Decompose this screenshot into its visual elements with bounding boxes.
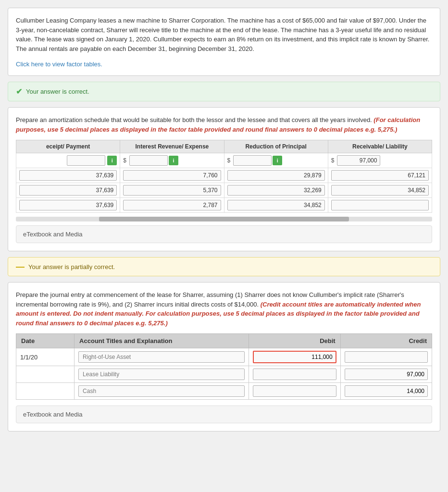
journal-debit-input-0[interactable] bbox=[253, 351, 336, 363]
dollar-sign-reduction-0: $ bbox=[227, 157, 233, 164]
reduction-input-0[interactable] bbox=[233, 155, 272, 166]
reduction-input-3[interactable] bbox=[227, 200, 325, 210]
journal-date-0: 1/1/20 bbox=[16, 348, 75, 366]
col-reduction-header: Reduction of Principal bbox=[224, 140, 328, 153]
col-receivable-header: Receivable/ Liability bbox=[328, 140, 432, 153]
amortization-instruction: Prepare an amortization schedule that wo… bbox=[16, 115, 432, 134]
interest-input-3[interactable] bbox=[123, 200, 221, 210]
info-btn-interest[interactable]: i bbox=[169, 156, 178, 165]
col-receipt-header: eceipt/ Payment bbox=[16, 140, 120, 153]
journal-debit-input-1[interactable] bbox=[253, 369, 336, 380]
journal-row-1 bbox=[16, 366, 432, 383]
interest-input-2[interactable] bbox=[123, 185, 221, 196]
journal-row-0: 1/1/20 bbox=[16, 348, 432, 366]
receipt-input-0[interactable] bbox=[67, 155, 105, 166]
receivable-input-0[interactable] bbox=[337, 155, 380, 166]
receivable-input-2[interactable] bbox=[331, 185, 429, 196]
table-row: i $ i $ i bbox=[16, 153, 432, 168]
horizontal-scrollbar[interactable] bbox=[16, 217, 432, 221]
journal-table: Date Account Titles and Explanation Debi… bbox=[16, 333, 432, 400]
journal-credit-input-2[interactable] bbox=[345, 385, 428, 397]
answer-correct-banner: ✔ Your answer is correct. bbox=[8, 82, 440, 101]
journal-debit-header: Debit bbox=[249, 334, 340, 348]
receipt-input-3[interactable] bbox=[19, 200, 117, 210]
info-btn-receipt[interactable]: i bbox=[107, 156, 117, 165]
amortization-card: Prepare an amortization schedule that wo… bbox=[8, 107, 440, 251]
receipt-input-1[interactable] bbox=[19, 170, 117, 181]
journal-credit-input-0[interactable] bbox=[345, 351, 428, 363]
col-interest-header: Interest Revenue/ Expense bbox=[120, 140, 224, 153]
dollar-sign-interest-0: $ bbox=[123, 157, 128, 164]
journal-instruction: Prepare the journal entry at commencemen… bbox=[16, 290, 432, 328]
table-row bbox=[16, 168, 432, 183]
dollar-sign-receivable-0: $ bbox=[331, 157, 336, 164]
journal-date-header: Date bbox=[16, 334, 75, 348]
answer-partial-label: Your answer is partially correct. bbox=[28, 263, 115, 271]
interest-input-0[interactable] bbox=[129, 155, 168, 166]
journal-account-input-1[interactable] bbox=[78, 369, 245, 380]
etextbook-bar-1: eTextbook and Media bbox=[16, 225, 432, 243]
interest-input-1[interactable] bbox=[123, 170, 221, 181]
receivable-input-1[interactable] bbox=[331, 170, 429, 181]
answer-correct-label: Your answer is correct. bbox=[26, 88, 89, 95]
reduction-input-1[interactable] bbox=[227, 170, 325, 181]
journal-credit-header: Credit bbox=[340, 334, 432, 348]
reduction-input-2[interactable] bbox=[227, 185, 325, 196]
dash-icon: — bbox=[16, 262, 25, 271]
receipt-input-2[interactable] bbox=[19, 185, 117, 196]
etextbook-bar-2: eTextbook and Media bbox=[16, 406, 432, 423]
problem-description: Cullumber Leasing Company leases a new m… bbox=[16, 16, 432, 53]
journal-date-1 bbox=[16, 366, 75, 383]
journal-card: Prepare the journal entry at commencemen… bbox=[8, 282, 440, 431]
check-icon: ✔ bbox=[16, 87, 22, 96]
journal-account-input-0[interactable] bbox=[78, 351, 245, 363]
amortization-table-wrapper: eceipt/ Payment Interest Revenue/ Expens… bbox=[16, 140, 432, 213]
journal-row-2 bbox=[16, 383, 432, 400]
factor-tables-link[interactable]: Click here to view factor tables. bbox=[16, 61, 102, 68]
scrollbar-thumb bbox=[99, 217, 349, 221]
journal-account-header: Account Titles and Explanation bbox=[75, 334, 249, 348]
amortization-table: eceipt/ Payment Interest Revenue/ Expens… bbox=[16, 140, 432, 213]
journal-account-input-2[interactable] bbox=[78, 385, 245, 397]
answer-partial-banner: — Your answer is partially correct. bbox=[8, 257, 440, 276]
table-row bbox=[16, 198, 432, 213]
journal-credit-input-1[interactable] bbox=[345, 369, 428, 380]
info-btn-reduction[interactable]: i bbox=[273, 156, 282, 165]
problem-card: Cullumber Leasing Company leases a new m… bbox=[8, 8, 440, 76]
journal-date-2 bbox=[16, 383, 75, 400]
journal-debit-input-2[interactable] bbox=[253, 385, 336, 397]
receivable-input-3[interactable] bbox=[331, 200, 429, 210]
table-row bbox=[16, 183, 432, 198]
